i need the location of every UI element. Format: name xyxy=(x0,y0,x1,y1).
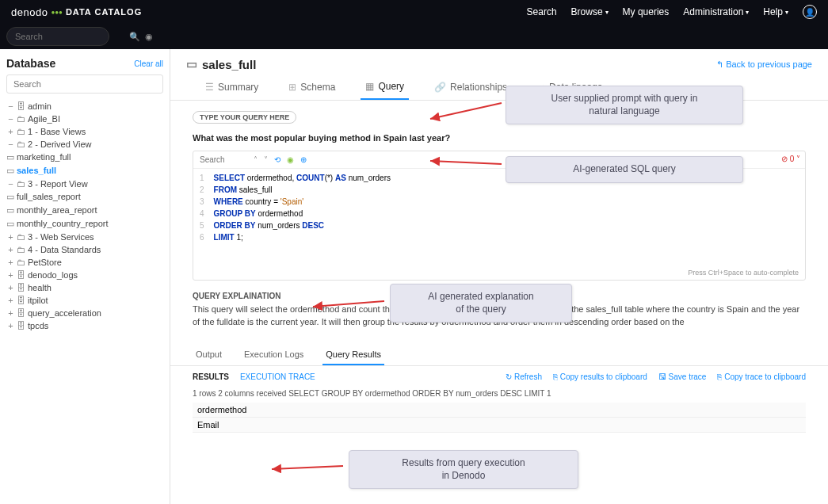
sidebar-search-input[interactable] xyxy=(6,74,163,94)
camera-icon: ◉ xyxy=(145,32,153,42)
view-icon: ▭ xyxy=(186,57,197,71)
line-gutter: 123456 xyxy=(193,172,211,277)
nav-help[interactable]: Help▾ xyxy=(763,6,788,17)
autocomplete-hint: Press Ctrl+Space to auto-complete xyxy=(688,269,799,277)
view-icon: ▭ xyxy=(6,219,14,228)
grid-icon: ▦ xyxy=(365,81,374,92)
nav-browse[interactable]: Browse▾ xyxy=(571,6,609,17)
db-icon: 🗄 xyxy=(17,296,25,305)
user-icon[interactable]: 👤 xyxy=(803,5,817,19)
tree-node-sales[interactable]: ▭sales_full xyxy=(6,164,163,178)
tree-node-qa[interactable]: +🗄query_acceleration xyxy=(6,307,163,319)
folder-icon: 🗀 xyxy=(17,245,25,254)
db-icon: 🗄 xyxy=(17,101,25,111)
folder-icon: 🗀 xyxy=(17,127,25,136)
logo-dots-icon: ●●● xyxy=(51,9,63,16)
tree-node-web[interactable]: +🗀3 - Web Services xyxy=(6,231,163,243)
table-row: Email xyxy=(193,418,806,433)
nl-prompt[interactable]: What was the most popular buying method … xyxy=(193,128,806,147)
toolbar-icon[interactable]: ⊕ xyxy=(300,155,307,164)
clear-all-link[interactable]: Clear all xyxy=(134,59,163,68)
results-table: ordermethod Email xyxy=(193,403,806,433)
copy-results-link[interactable]: ⎘ Copy results to clipboard xyxy=(553,372,647,381)
result-tabs: Output Execution Logs Query Results xyxy=(170,337,828,366)
tree-node-pet[interactable]: +🗀PetStore xyxy=(6,256,163,269)
copy-trace-link[interactable]: ⎘ Copy trace to clipboard xyxy=(717,372,806,381)
schema-icon: ⊞ xyxy=(288,82,296,93)
db-icon: 🗄 xyxy=(17,283,25,292)
global-search[interactable]: 🔍 ◉ xyxy=(6,27,109,46)
up-icon[interactable]: ˄ xyxy=(254,155,258,164)
nav-search[interactable]: Search xyxy=(527,6,557,17)
tree-node-base[interactable]: +🗀1 - Base Views xyxy=(6,125,163,138)
down-icon[interactable]: ˅ xyxy=(264,155,268,164)
tree-node-tpcds[interactable]: +🗄tpcds xyxy=(6,319,163,332)
nav-my-queries[interactable]: My queries xyxy=(623,6,670,17)
tab-query-results[interactable]: Query Results xyxy=(322,345,384,365)
folder-icon: 🗀 xyxy=(17,232,25,242)
callout-explanation: AI generated explanationof the query xyxy=(390,284,572,323)
callout-results: Results from query executionin Denodo xyxy=(349,450,578,489)
sidebar: Database Clear all −🗄admin −🗀Agile_BI +🗀… xyxy=(0,49,170,504)
results-toolbar: RESULTS EXECUTION TRACE ↻ Refresh ⎘ Copy… xyxy=(170,366,828,388)
save-trace-link[interactable]: 🖫 Save trace xyxy=(658,372,707,381)
view-icon: ▭ xyxy=(6,192,14,201)
callout-sql: AI-generated SQL query xyxy=(506,156,743,183)
tree-node-report[interactable]: −🗀3 - Report View xyxy=(6,178,163,190)
tab-output[interactable]: Output xyxy=(193,345,225,365)
link-icon: 🔗 xyxy=(434,82,446,93)
callout-prompt: User supplied prompt with query innatura… xyxy=(506,86,743,124)
db-icon: 🗄 xyxy=(17,270,25,280)
page-title: sales_full xyxy=(202,58,256,71)
toolbar-icon[interactable]: ⟲ xyxy=(274,155,280,164)
top-nav: Search Browse▾ My queries Administration… xyxy=(527,5,817,19)
folder-icon: 🗀 xyxy=(17,179,25,189)
tree-node-admin[interactable]: −🗄admin xyxy=(6,100,163,113)
sql-code[interactable]: SELECT ordermethod, COUNT(*) AS num_orde… xyxy=(211,172,394,277)
view-icon: ▭ xyxy=(6,205,14,215)
tree-node-itpilot[interactable]: +🗄itpilot xyxy=(6,294,163,307)
results-meta: 1 rows 2 columns received SELECT GROUP B… xyxy=(170,388,828,399)
toolbar-icon[interactable]: ◉ xyxy=(287,155,294,164)
logo-text: denodo xyxy=(11,6,48,18)
type-query-label: TYPE YOUR QUERY HERE xyxy=(193,111,296,124)
chevron-down-icon: ▾ xyxy=(746,9,749,16)
top-bar: denodo ●●● DATA CATALOG Search Browse▾ M… xyxy=(0,0,828,24)
refresh-link[interactable]: ↻ Refresh xyxy=(506,372,542,381)
view-icon: ▭ xyxy=(6,166,14,175)
tree-node-ds[interactable]: +🗀4 - Data Standards xyxy=(6,243,163,256)
tab-summary[interactable]: ☰Summary xyxy=(200,74,263,100)
tree-node-marketing[interactable]: ▭marketing_full xyxy=(6,151,163,164)
database-tree: −🗄admin −🗀Agile_BI +🗀1 - Base Views −🗀2 … xyxy=(6,100,163,332)
view-icon: ▭ xyxy=(6,152,14,162)
tree-node-health[interactable]: +🗄health xyxy=(6,281,163,294)
tree-node-derived[interactable]: −🗀2 - Derived View xyxy=(6,138,163,151)
tab-query[interactable]: ▦Query xyxy=(361,74,409,100)
tab-relationships[interactable]: 🔗Relationships xyxy=(429,74,512,100)
db-icon: 🗄 xyxy=(17,308,25,318)
global-search-input[interactable] xyxy=(15,32,124,41)
folder-icon: 🗀 xyxy=(17,114,25,124)
tree-node-fsr[interactable]: ▭full_sales_report xyxy=(6,190,163,204)
tree-node-dlogs[interactable]: +🗄denodo_logs xyxy=(6,269,163,281)
exec-trace-link[interactable]: EXECUTION TRACE xyxy=(240,372,315,381)
sidebar-title: Database xyxy=(6,57,55,70)
folder-icon: 🗀 xyxy=(17,139,25,149)
list-icon: ☰ xyxy=(205,82,214,93)
folder-icon: 🗀 xyxy=(17,258,25,267)
tree-node-mar[interactable]: ▭monthly_area_report xyxy=(6,204,163,217)
tree-node-mcr[interactable]: ▭monthly_country_report xyxy=(6,217,163,231)
tab-schema[interactable]: ⊞Schema xyxy=(284,74,340,100)
back-link[interactable]: ↰ Back to previous page xyxy=(716,59,812,70)
sub-bar: 🔍 ◉ xyxy=(0,24,828,49)
nav-admin[interactable]: Administration▾ xyxy=(683,6,749,17)
logo: denodo ●●● DATA CATALOG xyxy=(11,6,142,18)
product-name: DATA CATALOG xyxy=(66,7,142,17)
tab-exec-logs[interactable]: Execution Logs xyxy=(241,345,307,365)
tree-node-agile[interactable]: −🗀Agile_BI xyxy=(6,113,163,125)
error-badge: ⊘ 0 ˅ xyxy=(781,155,800,163)
editor-search-input[interactable] xyxy=(200,155,247,164)
search-icon: 🔍 xyxy=(129,32,140,42)
results-label: RESULTS xyxy=(193,372,229,381)
chevron-down-icon: ▾ xyxy=(605,9,609,16)
